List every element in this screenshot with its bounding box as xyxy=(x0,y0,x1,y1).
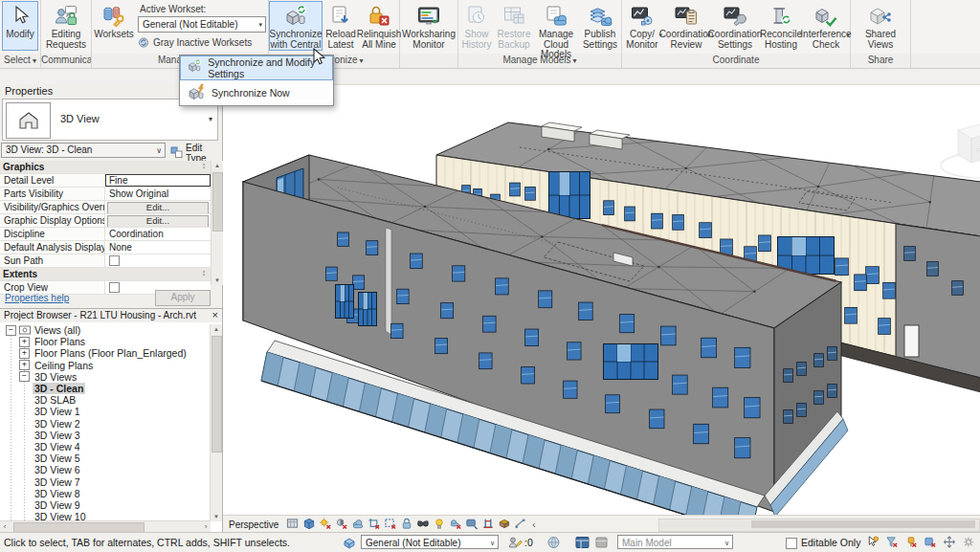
publish-settings-button[interactable]: Publish Settings xyxy=(579,1,621,51)
editing-requests-status-icon[interactable] xyxy=(508,536,523,549)
scroll-thumb[interactable] xyxy=(751,520,975,528)
expand-icon[interactable]: + xyxy=(19,337,30,347)
tree-item-3d-view-2[interactable]: 3D View 2 xyxy=(0,418,211,430)
editing-requests-button[interactable]: Editing Requests xyxy=(42,1,90,51)
view-scale-label[interactable]: Perspective xyxy=(229,519,278,530)
exclude-options-icon[interactable] xyxy=(924,536,938,549)
tree-item-3d-view-5[interactable]: 3D View 5 xyxy=(0,453,211,464)
edit-button[interactable]: Edit... xyxy=(107,202,209,213)
tree-item-3d-view-8[interactable]: 3D View 8 xyxy=(0,488,211,499)
cloud-status-icon[interactable] xyxy=(546,536,561,549)
hide-isolate-icon[interactable] xyxy=(416,518,431,531)
scroll-up-icon[interactable]: ▲ xyxy=(211,324,222,334)
panel-label-share[interactable]: Share xyxy=(851,54,910,68)
rendering-dialog-icon[interactable] xyxy=(351,518,366,531)
properties-scrollbar[interactable]: ▲ ▼ xyxy=(211,161,223,285)
worksharing-display-status-icon[interactable] xyxy=(575,536,590,549)
crop-view-icon[interactable] xyxy=(368,518,382,531)
tree-item-3d-views[interactable]: −3D Views xyxy=(0,371,211,383)
scroll-thumb[interactable] xyxy=(212,172,223,232)
tree-item-3d-view-6[interactable]: 3D View 6 xyxy=(0,464,211,475)
temporary-view-properties-icon[interactable] xyxy=(449,518,463,531)
tree-item-3d-clean[interactable]: 3D - Clean xyxy=(0,383,211,394)
worksets-button[interactable]: Worksets xyxy=(92,1,136,51)
tree-item-floor-plans[interactable]: +Floor Plans xyxy=(0,336,211,347)
shadows-icon[interactable] xyxy=(335,518,349,531)
manage-cloud-models-button[interactable]: Manage Cloud Models xyxy=(533,1,579,51)
panel-label-select[interactable]: Select▾ xyxy=(0,54,40,68)
modify-button[interactable]: Modify xyxy=(2,1,38,51)
menu-item-synchronize-now[interactable]: Synchronize Now xyxy=(180,80,333,105)
property-value[interactable]: Edit... xyxy=(105,214,211,227)
filter-remove-icon[interactable] xyxy=(885,536,900,549)
show-history-button[interactable]: Show History xyxy=(458,1,495,51)
drag-elements-icon[interactable] xyxy=(943,536,957,549)
type-selector-chevron-icon[interactable]: ▾ xyxy=(209,115,212,123)
view-filter-combo[interactable]: 3D View: 3D - Clean∨ xyxy=(1,143,166,158)
sun-path-checkbox[interactable] xyxy=(109,255,120,266)
sun-path-icon[interactable] xyxy=(319,518,333,531)
panel-label-coordinate[interactable]: Coordinate xyxy=(622,54,850,68)
shared-views-button[interactable]: Shared Views xyxy=(857,1,904,51)
browser-vscrollbar[interactable]: ▲ ▼ xyxy=(210,324,222,521)
tree-item-3d-view-7[interactable]: 3D View 7 xyxy=(0,475,211,487)
active-workset-combo[interactable]: General (Not Editable)▾ xyxy=(138,16,266,33)
canvas-hscrollbar[interactable] xyxy=(658,519,980,532)
background-processes-icon[interactable] xyxy=(962,536,976,549)
coordination-settings-button[interactable]: Coordination Settings xyxy=(710,1,760,51)
expand-icon[interactable]: + xyxy=(19,360,30,370)
property-value[interactable]: None xyxy=(105,241,211,254)
crop-region-icon[interactable] xyxy=(384,518,398,531)
tree-item-3d-view-9[interactable]: 3D View 9 xyxy=(0,499,211,511)
menu-item-synchronize-and-modify-settings[interactable]: Synchronize and Modify Settings xyxy=(180,55,333,80)
tree-item-floor-plans-floor-plan-enlarged[interactable]: +Floor Plans (Floor Plan_Enlarged) xyxy=(0,347,211,359)
scroll-up-icon[interactable]: ▲ xyxy=(212,161,223,170)
reload-latest-button[interactable]: Reload Latest xyxy=(323,1,359,51)
view-cube[interactable]: FRO xyxy=(941,121,980,178)
status-workset-combo[interactable]: General (Not Editable)∨ xyxy=(361,535,499,549)
property-value[interactable]: Fine xyxy=(105,174,211,187)
tree-item-views-all[interactable]: −Views (all) xyxy=(0,324,211,336)
editable-only-checkbox[interactable] xyxy=(786,538,797,549)
panel-label-communicate[interactable]: Communicate xyxy=(41,54,91,68)
visual-style-icon[interactable] xyxy=(302,518,317,531)
copy-monitor-button[interactable]: Copy/ Monitor ▾ xyxy=(622,1,662,51)
property-value[interactable]: Show Original xyxy=(105,188,211,200)
reveal-hidden-icon[interactable] xyxy=(433,518,447,531)
analytical-model-icon[interactable] xyxy=(514,518,528,531)
tree-item-3d-slab[interactable]: 3D SLAB xyxy=(0,394,211,406)
properties-help-link[interactable]: Properties help xyxy=(5,293,69,303)
tree-item-3d-view-3[interactable]: 3D View 3 xyxy=(0,430,211,441)
property-value[interactable] xyxy=(105,254,211,267)
property-section-graphics[interactable]: Graphics↕ xyxy=(0,161,211,174)
tree-item-3d-view-1[interactable]: 3D View 1 xyxy=(0,406,211,417)
restore-backup-button[interactable]: Restore Backup xyxy=(495,1,533,51)
viewbar-collapse-icon[interactable]: ‹ xyxy=(532,519,535,530)
property-value[interactable]: Edit... xyxy=(105,201,211,213)
tree-item-ceiling-plans[interactable]: +Ceiling Plans xyxy=(0,360,211,371)
worksharing-monitor-button[interactable]: Worksharing Monitor xyxy=(401,1,457,51)
scroll-thumb[interactable] xyxy=(212,336,222,453)
tree-item-3d-view-4[interactable]: 3D View 4 xyxy=(0,441,211,453)
collapse-icon[interactable]: − xyxy=(6,325,16,336)
displaced-elements-icon[interactable] xyxy=(465,518,479,531)
reconcile-hosting-button[interactable]: Reconcile Hosting xyxy=(760,1,802,51)
property-section-extents[interactable]: Extents↕ xyxy=(0,268,211,281)
expand-icon[interactable]: + xyxy=(19,348,30,359)
apply-button[interactable]: Apply xyxy=(155,290,211,306)
synchronize-with-central-button[interactable]: Synchronize with Central xyxy=(269,1,323,51)
select-toggle-icon[interactable] xyxy=(866,536,880,549)
lock-view-icon[interactable] xyxy=(400,518,414,531)
interference-check-button[interactable]: Interference Check ▾ xyxy=(802,1,850,51)
pin-icon[interactable] xyxy=(904,536,919,549)
close-icon[interactable]: × xyxy=(212,309,218,321)
relinquish-all-mine-button[interactable]: Relinquish All Mine xyxy=(359,1,399,51)
reveal-constraints-icon[interactable] xyxy=(481,518,496,531)
design-options-combo[interactable]: Main Model∨ xyxy=(617,535,733,549)
collapse-pin-icon[interactable]: ↕ xyxy=(197,161,211,173)
coordination-review-button[interactable]: Coordination Review ▾ xyxy=(662,1,710,51)
worksharing-display-icon[interactable] xyxy=(498,518,512,531)
collapse-pin-icon[interactable]: ↕ xyxy=(197,268,211,280)
gray-inactive-worksets-button[interactable]: Gray Inactive Worksets xyxy=(138,36,266,49)
render-icon[interactable] xyxy=(286,518,301,531)
